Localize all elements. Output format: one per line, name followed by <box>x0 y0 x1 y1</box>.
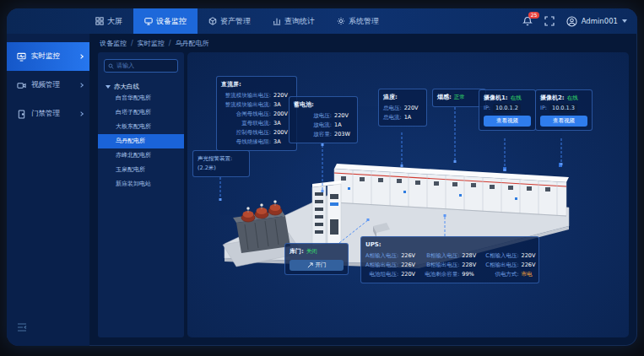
view-video-button[interactable]: 查看视频 <box>540 116 587 127</box>
nav-item-dashboard[interactable]: 大屏 <box>84 8 133 34</box>
tree-item-station[interactable]: 玉泉配电所 <box>98 163 184 177</box>
field-label: 母线绝缘电阻: <box>221 138 271 147</box>
field-label: A相输出电压: <box>365 261 398 270</box>
field-label: 直母联电流: <box>221 119 271 128</box>
user-menu[interactable]: Admin001 <box>566 16 627 27</box>
door-control-panel: 库门:关闭 开门 <box>284 243 349 275</box>
top-nav-bar: 大屏 设备监控 资产管理 查询统计 系统管理 <box>7 8 637 34</box>
left-sidebar: 实时监控 视频管理 门禁管理 <box>7 34 89 346</box>
panel-title: 摄像机2: <box>540 94 565 104</box>
field-label: C相输出电压: <box>485 261 518 270</box>
field-label: 电池剩余容量: <box>425 270 459 279</box>
realtime-monitor-icon <box>17 52 26 62</box>
field-value: 226V <box>401 251 419 261</box>
tree-item-station[interactable]: 大板东配电所 <box>98 120 184 134</box>
video-camera-icon <box>17 81 26 90</box>
camera2-panel: 摄像机2:在线 IP:10.0.1.3 查看视频 <box>535 89 593 131</box>
panel-title: 摄像机1: <box>484 94 508 104</box>
breadcrumb-current-station: 乌丹配电所 <box>175 39 208 48</box>
view-video-button[interactable]: 查看视频 <box>484 116 531 127</box>
tree-item-station-selected[interactable]: 乌丹配电所 <box>98 134 184 148</box>
door-open-icon <box>307 262 313 268</box>
field-label: 整流模块输出电流: <box>221 100 271 110</box>
field-label: 整流模块输出电压: <box>221 91 271 100</box>
field-value: 99% <box>462 270 480 279</box>
open-door-button[interactable]: 开门 <box>290 260 344 271</box>
tree-root-line[interactable]: 赤大白线 <box>98 83 184 91</box>
tree-item-station[interactable]: 白音华配电所 <box>98 91 184 105</box>
breadcrumb: 设备监控 / 实时监控 / 乌丹配电所 <box>100 39 208 48</box>
field-label: 放电压: <box>294 111 332 121</box>
ups-grid: A相输入电压:226V B相输入电压:228V C相输入电压:220V A相输出… <box>365 251 534 279</box>
menu-fold-icon <box>17 322 27 332</box>
app-canvas: 大屏 设备监控 资产管理 查询统计 系统管理 <box>0 0 644 356</box>
field-label: 控制母线电压: <box>221 128 271 138</box>
nav-item-device-monitoring[interactable]: 设备监控 <box>133 8 198 34</box>
dc-screen-panel: 直流屏: 整流模块输出电压:220V 整流模块输出电流:3A 合闸母线电压:20… <box>216 76 297 151</box>
nav-item-query-statistics[interactable]: 查询统计 <box>262 8 326 34</box>
field-label: 库门: <box>290 247 304 257</box>
ip-value: 10.0.1.2 <box>493 104 521 113</box>
alarm-value: (2.2米) <box>198 164 245 173</box>
field-label: B相输入电压: <box>425 251 459 261</box>
main-nav: 大屏 设备监控 资产管理 查询统计 系统管理 <box>84 8 390 34</box>
breadcrumb-device-monitoring[interactable]: 设备监控 <box>100 39 127 48</box>
search-icon <box>108 63 114 69</box>
station-tree-panel: 赤大白线 白音华配电所 白塔子配电所 大板东配电所 乌丹配电所 赤峰北配电所 玉… <box>98 52 184 337</box>
username: Admin001 <box>582 17 618 25</box>
breadcrumb-separator: / <box>131 40 133 47</box>
ip-label: IP: <box>540 104 547 113</box>
tree-item-station[interactable]: 赤峰北配电所 <box>98 148 184 163</box>
tree-item-station[interactable]: 新庙装卸电站 <box>98 177 184 191</box>
sidebar-item-label: 门禁管理 <box>31 109 74 119</box>
field-value: 220V <box>334 111 353 121</box>
sidebar-collapse-button[interactable] <box>17 320 27 336</box>
field-label: 放容量: <box>294 130 332 139</box>
status-value: 正常 <box>454 93 473 102</box>
status-value: 在线 <box>511 94 529 103</box>
ip-value: 10.0.1.3 <box>549 104 577 113</box>
sound-light-alarm-panel: 声光报警装置: (2.2米) <box>192 150 250 177</box>
avatar-icon <box>566 16 577 27</box>
tree-root-label: 赤大白线 <box>114 83 139 91</box>
gear-icon <box>337 17 345 25</box>
nav-label: 大屏 <box>107 16 122 27</box>
tree-search-box <box>104 59 178 73</box>
fullscreen-button[interactable] <box>544 16 555 26</box>
field-label: A相输入电压: <box>365 251 398 261</box>
field-label: C相输入电压: <box>485 251 518 261</box>
field-label: 总电压: <box>383 104 402 113</box>
field-label: 烟感: <box>437 93 452 103</box>
field-value: 226V <box>401 261 419 270</box>
field-label: 总电流: <box>383 113 402 122</box>
sidebar-item-access-control[interactable]: 门禁管理 <box>7 100 89 128</box>
nav-label: 资产管理 <box>220 16 251 27</box>
sidebar-item-label: 实时监控 <box>31 51 74 62</box>
chevron-right-icon <box>78 111 84 116</box>
app-window: 大屏 设备监控 资产管理 查询统计 系统管理 <box>7 8 637 346</box>
nav-item-asset-management[interactable]: 资产管理 <box>198 8 262 34</box>
sidebar-item-label: 视频管理 <box>31 80 74 90</box>
sidebar-item-realtime-monitoring[interactable]: 实时监控 <box>7 42 89 71</box>
grid-icon <box>95 17 104 25</box>
ups-panel: UPS: A相输入电压:226V B相输入电压:228V C相输入电压:220V… <box>360 236 539 283</box>
fullscreen-icon <box>544 16 555 26</box>
field-value: 市电 <box>522 270 540 279</box>
alarm-label: 声光报警装置: <box>198 154 245 164</box>
camera1-panel: 摄像机1:在线 IP:10.0.1.2 查看视频 <box>479 89 536 131</box>
tree-item-station[interactable]: 白塔子配电所 <box>98 105 184 120</box>
monitor-icon <box>144 17 153 25</box>
nav-label: 设备监控 <box>156 16 187 27</box>
nav-item-system-management[interactable]: 系统管理 <box>326 8 390 34</box>
sidebar-item-video-management[interactable]: 视频管理 <box>7 71 89 100</box>
field-value: 228V <box>462 251 480 261</box>
nav-label: 查询统计 <box>284 16 315 27</box>
open-door-label: 开门 <box>316 262 327 269</box>
status-value: 在线 <box>567 94 586 103</box>
breadcrumb-realtime-monitoring[interactable]: 实时监控 <box>138 39 165 48</box>
topbar-right-cluster: 25 Admin001 <box>522 8 627 34</box>
notifications-button[interactable]: 25 <box>522 16 533 26</box>
field-label: 供电方式: <box>485 270 518 279</box>
search-input[interactable] <box>116 62 174 69</box>
door-status: 关闭 <box>306 247 325 256</box>
